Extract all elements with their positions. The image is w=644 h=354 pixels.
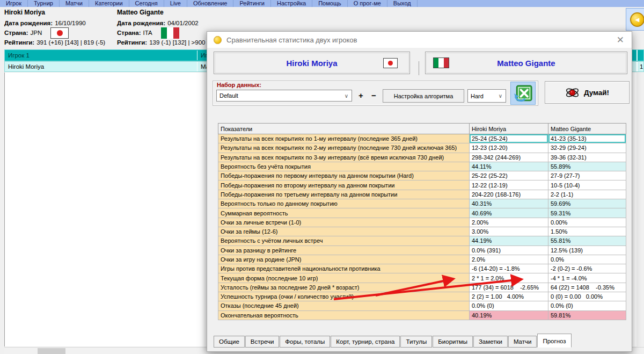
tab-заметки[interactable]: Заметки [473,336,508,348]
stats-value-player1[interactable]: 40.31% [470,199,548,208]
stats-row-label[interactable]: Очки за игру на родине (JPN) [218,255,470,264]
stats-value-player2[interactable]: 0.0% [548,255,626,264]
stats-value-player2[interactable]: 59.69% [548,199,626,208]
stats-value-player2[interactable]: 0.00% [548,218,626,227]
list-cell-extra[interactable]: 1 [638,62,644,71]
stats-value-player2[interactable]: 0 (0) = 0.00 0.00% [548,292,626,301]
dataset-select[interactable]: Default ∨ [216,90,352,102]
tab-корт-турнир-страна[interactable]: Корт, турнир, страна [331,336,400,348]
stats-value-player1[interactable]: 25-24 (25-24) [470,134,548,143]
stats-value-player2[interactable]: 0.0% (0) [548,301,626,310]
stats-value-player2[interactable]: -2 (0-2) = -0.6% [548,264,626,273]
stats-value-player2[interactable]: 27-9 (27-7) [548,171,626,180]
surface-select[interactable]: Hard ∨ [467,89,506,103]
dialog-titlebar[interactable]: Сравнительная статистика двух игроков ✕ [207,32,632,48]
stats-value-player2[interactable]: 55.89% [548,162,626,171]
stats-row-label[interactable]: Очки за разницу в рейтинге [218,245,470,255]
stats-value-player1[interactable]: 40.19% [470,310,548,320]
stats-value-player2[interactable]: -4 * 1 = -4.0% [548,273,626,283]
stats-row-label[interactable]: Победы-поражения по второму интервалу на… [218,180,470,190]
stats-value-player2[interactable]: 59.31% [548,208,626,218]
stats-value-player1[interactable]: 40.69% [470,208,548,218]
stats-row-label[interactable]: Успешность турнира (очки / количество уч… [218,292,470,301]
menu-item-обновление[interactable]: Обновление [187,0,234,7]
stats-row-label[interactable]: Результаты на всех покрытиях по 2-му инт… [218,143,470,153]
stats-value-player1[interactable]: 44.19% [470,236,548,245]
think-button[interactable]: Думай! [545,81,630,104]
stats-value-player1[interactable]: -6 (14-20) = -1.8% [470,264,548,273]
excel-export-button[interactable] [510,82,536,105]
stats-row-label[interactable]: Победы-поражения по первому интервалу на… [218,171,470,180]
stats-row-label[interactable]: Игры против представителей национальност… [218,264,470,273]
menu-item-о прог-ме[interactable]: О прог-ме [348,0,387,7]
stats-row-label[interactable]: Вероятность с учётом личных встреч [218,236,470,245]
stats-row: Результаты на всех покрытиях по 1-му инт… [218,134,626,143]
menu-item-турнир[interactable]: Турнир [28,0,60,7]
stats-row-label[interactable]: Победы-поражения по третьему интервалу н… [218,190,470,199]
stats-value-player1[interactable]: 177 (34) = 6018 -2.65% [470,283,548,292]
stats-value-player2[interactable]: 39-36 (32-31) [548,153,626,162]
stats-row: Победы-поражения по второму интервалу на… [218,180,626,190]
stats-value-player1[interactable]: 2.0% [470,255,548,264]
column-header-player1[interactable]: Игрок 1 [5,50,30,61]
stats-row-label[interactable]: Отказы (последние 45 дней) [218,301,470,310]
stats-value-player2[interactable]: 59.81% [548,310,626,320]
tab-общие[interactable]: Общие [214,336,245,348]
stats-value-player1[interactable]: 2.00% [470,218,548,227]
menu-item-live[interactable]: Live [164,0,187,7]
stats-value-player2[interactable]: 10-5 (10-4) [548,180,626,190]
stats-value-player1[interactable]: 298-342 (244-269) [470,153,548,162]
stats-value-player1[interactable]: 44.11% [470,162,548,171]
stats-value-player1[interactable]: 0.0% (0) [470,301,548,310]
algorithm-settings-button[interactable]: Настройка алгоритма [383,89,464,103]
menu-item-выход[interactable]: Выход [387,0,418,7]
menu-item-матчи[interactable]: Матчи [60,0,89,7]
stats-value-player1[interactable]: 2 (2) = 1.00 4.00% [470,292,548,301]
stats-value-player1[interactable]: 2 * 1 = 2.0% [470,273,548,283]
stats-value-player1[interactable]: 12-23 (12-20) [470,143,548,153]
scrollbar-thumb[interactable] [38,348,65,354]
tab-прогноз[interactable]: Прогноз [537,334,571,348]
stats-value-player2[interactable]: 1.50% [548,227,626,236]
stats-row-label[interactable]: Результаты на всех покрытиях по 3-му инт… [218,153,470,162]
stats-row: Текущая форма (последние 10 игр)2 * 1 = … [218,273,626,283]
list-cell-player1[interactable]: Hiroki Moriya [5,62,196,71]
stats-value-player2[interactable]: 2-2 (1-1) [548,190,626,199]
menu-item-помощь[interactable]: Помощь [312,0,348,7]
tab-встречи[interactable]: Встречи [245,336,280,348]
stats-value-player2[interactable]: 32-29 (29-24) [548,143,626,153]
stats-row-label[interactable]: Текущая форма (последние 10 игр) [218,273,470,283]
stats-value-player1[interactable]: 12-22 (12-19) [470,180,548,190]
tab-матчи[interactable]: Матчи [508,336,537,348]
stats-row-label[interactable]: Вероятность только по данному покрытию [218,199,470,208]
stats-row-label[interactable]: Результаты на всех покрытиях по 1-му инт… [218,134,470,143]
tab-форы-тоталы[interactable]: Форы, тоталы [280,336,330,348]
stats-value-player1[interactable]: 25-22 (25-22) [470,171,548,180]
stats-row-label[interactable]: Очки за геймы (12-6) [218,227,470,236]
remove-dataset-button[interactable]: − [371,91,376,100]
menu-item-настройка[interactable]: Настройка [271,0,312,7]
close-icon[interactable]: ✕ [617,35,624,45]
stats-row-label[interactable]: Усталость (геймы за последние 20 дней * … [218,283,470,292]
stats-value-player2[interactable]: 64 (22) = 1408 -0.35% [548,283,626,292]
stats-row-label[interactable]: Вероятность без учёта покрытия [218,162,470,171]
stats-value-player1[interactable]: 3.00% [470,227,548,236]
stats-value-player1[interactable]: 0.0% (391) [470,245,548,255]
menu-item-категории[interactable]: Категории [89,0,129,7]
stats-row-label[interactable]: Очки за личные встречи (1-0) [218,218,470,227]
stats-value-player2[interactable]: 12.5% (139) [548,245,626,255]
tab-биоритмы[interactable]: Биоритмы [433,336,473,348]
stats-value-player1[interactable]: 204-220 (168-176) [470,190,548,199]
stats-row-label[interactable]: Окончательная вероятность [218,310,470,320]
tab-титулы[interactable]: Титулы [400,336,432,348]
stats-value-player2[interactable]: 41-23 (35-13) [548,134,626,143]
stats-value-player2[interactable]: 55.81% [548,236,626,245]
stats-row: Результаты на всех покрытиях по 2-му инт… [218,143,626,153]
menu-item-рейтинги[interactable]: Рейтинги [233,0,271,7]
menu-item-игрок[interactable]: Игрок [0,0,28,7]
menu-item-сегодня[interactable]: Сегодня [129,0,164,7]
stats-row: Окончательная вероятность40.19%59.81% [218,310,626,320]
add-dataset-button[interactable]: + [358,91,363,100]
stats-row-label[interactable]: Суммарная вероятность [218,208,470,218]
back-toolbar-button[interactable]: ◄ [626,8,644,31]
